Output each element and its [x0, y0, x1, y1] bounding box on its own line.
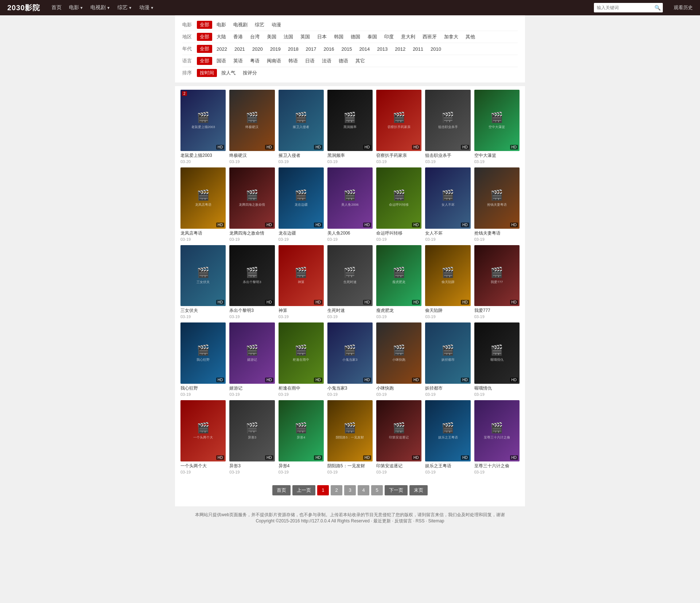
year-2016[interactable]: 2016 — [321, 46, 337, 53]
movie-item[interactable]: 🎬 抢钱夫妻粤语 HD 抢钱夫妻粤语 03-19 — [474, 167, 520, 241]
type-filter-tv[interactable]: 电视剧 — [230, 21, 250, 29]
region-us[interactable]: 美国 — [264, 33, 279, 41]
movie-item[interactable]: 🎬 窃察扒手药家亲 HD 窃察扒手药家亲 03-19 — [376, 90, 421, 164]
movie-item[interactable]: 🎬 我爱777 HD 我爱777 03-19 — [474, 245, 520, 319]
movie-item[interactable]: 🎬 小咪快跑 HD 小咪快跑 03-19 — [376, 322, 421, 397]
type-filter-anime[interactable]: 动漫 — [269, 21, 284, 29]
year-2015[interactable]: 2015 — [338, 46, 355, 53]
movie-item[interactable]: 🎬 妖径都市 HD 妖径都市 03-19 — [425, 322, 470, 397]
region-tw[interactable]: 台湾 — [247, 33, 262, 41]
year-2022[interactable]: 2022 — [214, 46, 230, 53]
movie-item[interactable]: 🎬 我心狂野 HD 我心狂野 03-19 — [180, 322, 226, 397]
region-uk[interactable]: 英国 — [298, 33, 313, 41]
sort-by-popularity[interactable]: 按人气 — [218, 69, 238, 77]
movie-item[interactable]: 🎬 嬉游记 HD 嬉游记 03-19 — [229, 322, 275, 397]
type-filter-variety[interactable]: 综艺 — [252, 21, 267, 29]
year-2010[interactable]: 2010 — [428, 46, 444, 53]
movie-item[interactable]: 🎬 生死时速 HD 生死时速 03-19 — [327, 245, 373, 319]
movie-item[interactable]: 🎬 喔哦情仇 HD 喔哦情仇 03-19 — [474, 322, 520, 397]
movie-item[interactable]: 🎬 狙击职业杀手 HD 狙击职业杀手 03-19 — [425, 90, 470, 164]
region-fr[interactable]: 法国 — [281, 33, 296, 41]
year-2012[interactable]: 2012 — [392, 46, 408, 53]
movie-item[interactable]: 🎬 异形3 HD 异形3 03-19 — [229, 400, 275, 474]
nav-anime[interactable]: 动漫▼ — [139, 4, 154, 11]
page-2-button[interactable]: 2 — [331, 485, 342, 495]
region-jp[interactable]: 日本 — [314, 33, 330, 41]
movie-item[interactable]: 🎬 女人不坏 HD 女人不坏 03-19 — [425, 167, 470, 241]
watch-history-button[interactable]: 观看历史 — [674, 4, 693, 11]
movie-item[interactable]: 🎬 杀出个黎明3 HD 杀出个黎明3 03-19 — [229, 245, 275, 319]
year-2019[interactable]: 2019 — [267, 46, 284, 53]
movie-item[interactable]: 🎬 至尊三十六计之偷 HD 至尊三十六计之偷 03-19 — [474, 400, 520, 474]
movie-item[interactable]: 🎬 黑洞频率 HD 黑洞频率 03-19 — [327, 90, 373, 164]
movie-item[interactable]: 🎬 龙在边疆 HD 龙在边疆 03-19 — [279, 167, 324, 241]
last-page-button[interactable]: 末页 — [409, 485, 428, 495]
region-kr[interactable]: 韩国 — [331, 33, 346, 41]
year-filter-all[interactable]: 全部 — [197, 45, 212, 53]
movie-item[interactable]: 🎬 终极硬汉 HD 终极硬汉 03-19 — [229, 90, 275, 164]
sort-by-rating[interactable]: 按评分 — [240, 69, 260, 77]
year-2011[interactable]: 2011 — [410, 46, 426, 53]
movie-item[interactable]: 🎬 老鼠爱上猫2003 2 HD 老鼠爱上猫2003 03-20 — [180, 90, 226, 164]
movie-item[interactable]: 🎬 瘦虎肥龙 HD 瘦虎肥龙 03-19 — [376, 245, 421, 319]
movie-item[interactable]: 🎬 摧卫入侵者 HD 摧卫入侵者 03-19 — [279, 90, 324, 164]
movie-item[interactable]: 🎬 阴阳路5：一见发财 HD 阴阳路5：一见发财 03-19 — [327, 400, 373, 474]
page-5-button[interactable]: 5 — [371, 485, 383, 495]
region-it[interactable]: 意大利 — [398, 33, 418, 41]
region-hk[interactable]: 香港 — [230, 33, 246, 41]
page-4-button[interactable]: 4 — [358, 485, 369, 495]
lang-english[interactable]: 英语 — [230, 57, 246, 65]
movie-item[interactable]: 🎬 偷天陷阱 HD 偷天陷阱 03-19 — [425, 245, 470, 319]
region-other[interactable]: 其他 — [463, 33, 478, 41]
lang-japanese[interactable]: 日语 — [302, 57, 318, 65]
region-in[interactable]: 印度 — [381, 33, 397, 41]
movie-item[interactable]: 🎬 命运呼叫转移 HD 命运呼叫转移 03-19 — [376, 167, 421, 241]
page-3-button[interactable]: 3 — [344, 485, 356, 495]
region-mainland[interactable]: 大陆 — [214, 33, 229, 41]
movie-item[interactable]: 🎬 柜逢在雨中 HD 柜逢在雨中 03-19 — [279, 322, 324, 397]
page-1-button[interactable]: 1 — [317, 485, 329, 495]
search-input[interactable] — [594, 5, 652, 10]
movie-item[interactable]: 🎬 印第安追逐记 HD 印第安追逐记 03-19 — [376, 400, 421, 474]
region-es[interactable]: 西班牙 — [420, 33, 440, 41]
nav-variety[interactable]: 综艺▼ — [117, 4, 132, 11]
year-2014[interactable]: 2014 — [356, 46, 373, 53]
type-filter-movie[interactable]: 电影 — [214, 21, 229, 29]
movie-item[interactable]: 🎬 小鬼当家3 HD 小鬼当家3 03-19 — [327, 322, 373, 397]
movie-item[interactable]: 🎬 三女伏夫 HD 三女伏夫 03-19 — [180, 245, 226, 319]
region-ca[interactable]: 加拿大 — [441, 33, 461, 41]
year-2017[interactable]: 2017 — [303, 46, 319, 53]
lang-german[interactable]: 德语 — [336, 57, 351, 65]
region-filter-all[interactable]: 全部 — [197, 33, 212, 41]
lang-mandarin[interactable]: 国语 — [214, 57, 229, 65]
lang-other[interactable]: 其它 — [353, 57, 368, 65]
nav-tv[interactable]: 电视剧▼ — [90, 4, 110, 11]
region-de[interactable]: 德国 — [348, 33, 363, 41]
prev-page-button[interactable]: 上一页 — [292, 485, 315, 495]
first-page-button[interactable]: 首页 — [272, 485, 291, 495]
year-2021[interactable]: 2021 — [232, 46, 248, 53]
nav-movie[interactable]: 电影▼ — [69, 4, 83, 11]
movie-item[interactable]: 🎬 龙凤店粤语 HD 龙凤店粤语 03-19 — [180, 167, 226, 241]
sort-by-time[interactable]: 按时间 — [197, 69, 217, 77]
lang-minnan[interactable]: 闽南语 — [264, 57, 284, 65]
next-page-button[interactable]: 下一页 — [385, 485, 408, 495]
search-button[interactable]: 🔍 — [652, 5, 663, 11]
movie-item[interactable]: 🎬 一个头两个大 HD 一个头两个大 03-19 — [180, 400, 226, 474]
movie-item[interactable]: 🎬 娱乐之王粤语 HD 娱乐之王粤语 03-19 — [425, 400, 470, 474]
region-th[interactable]: 泰国 — [365, 33, 380, 41]
nav-home[interactable]: 首页 — [51, 4, 62, 11]
lang-cantonese[interactable]: 粤语 — [247, 57, 262, 65]
year-2013[interactable]: 2013 — [374, 46, 390, 53]
movie-item[interactable]: 🎬 神算 HD 神算 03-19 — [279, 245, 324, 319]
lang-filter-all[interactable]: 全部 — [197, 57, 212, 65]
movie-item[interactable]: 🎬 空中大瀑篮 HD 空中大瀑篮 03-19 — [474, 90, 520, 164]
movie-item[interactable]: 🎬 龙腾四海之敌命情 HD 龙腾四海之敌命情 03-19 — [229, 167, 275, 241]
year-2018[interactable]: 2018 — [285, 46, 302, 53]
year-2020[interactable]: 2020 — [249, 46, 266, 53]
lang-french[interactable]: 法语 — [319, 57, 334, 65]
lang-korean[interactable]: 韩语 — [285, 57, 301, 65]
movie-item[interactable]: 🎬 美人鱼2006 HD 美人鱼2006 03-19 — [327, 167, 373, 241]
movie-item[interactable]: 🎬 异形4 HD 异形4 03-19 — [279, 400, 324, 474]
type-filter-all[interactable]: 全部 — [197, 21, 212, 29]
